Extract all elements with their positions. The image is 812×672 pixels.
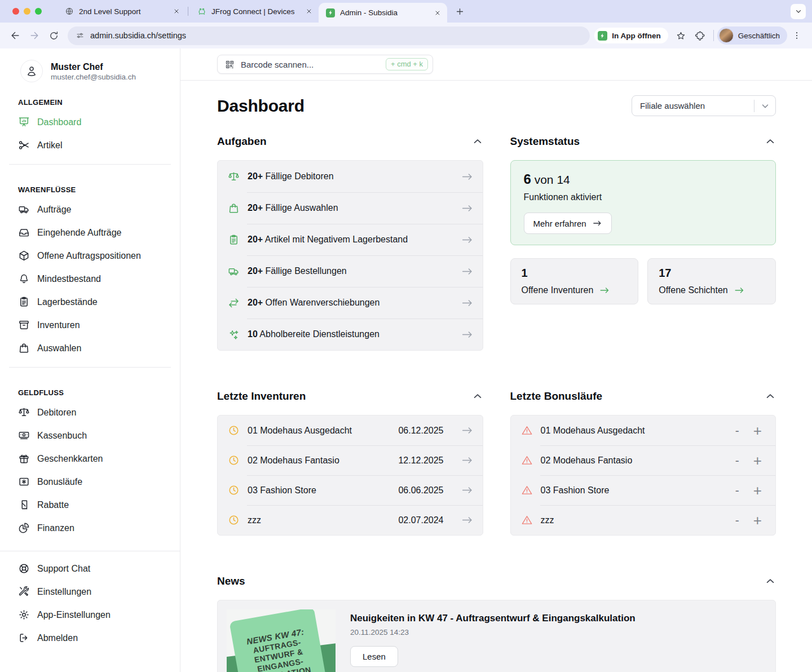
collapse-chevron-up-icon[interactable] [765,576,776,587]
page-title: Dashboard [217,96,304,116]
barcode-scan-button[interactable]: Barcode scannen... + cmd + k [217,55,433,74]
open-inventories-card[interactable]: 1 Offene Inventuren [510,258,639,304]
ticket-star-icon [18,476,30,488]
sidebar-item-label: Kassenbuch [37,431,87,441]
shortcut-badge: + cmd + k [386,58,428,70]
task-row-faellige-debitoren[interactable]: 20+ Fällige Debitoren [218,161,483,192]
sidebar-item-rabatte[interactable]: Rabatte [0,493,180,516]
site-settings-icon[interactable] [76,31,85,40]
inventory-row[interactable]: zzz 02.07.2024 [218,505,483,535]
forward-icon[interactable] [25,26,44,45]
inventory-row[interactable]: 02 Modehaus Fantasio 12.12.2025 [218,445,483,475]
sidebar-item-abmelden[interactable]: Abmelden [0,626,180,649]
sidebar-divider [9,164,171,165]
task-row-negativer-lagerbestand[interactable]: 20+ Artikel mit Negativem Lagerbestand [218,224,483,255]
arrow-right-icon [461,202,474,215]
bonus-runs-title: Letzte Bonusläufe [510,390,603,403]
sidebar-item-kassenbuch[interactable]: Kassenbuch [0,424,180,447]
mehr-erfahren-button[interactable]: Mehr erfahren [524,213,612,234]
plus-button[interactable]: + [753,423,762,438]
sidebar-item-debitoren[interactable]: Debitoren [0,401,180,424]
plus-button[interactable]: + [753,513,762,528]
section-label-warenfluesse: WARENFLÜSSE [0,185,180,194]
browser-profile-button[interactable]: Geschäftlich [717,26,787,45]
branch-select[interactable]: Filiale auswählen [632,95,776,116]
stat-value: 1 [522,267,628,280]
sidebar-item-finanzen[interactable]: Finanzen [0,516,180,540]
sparkles-icon [228,329,240,341]
browser-menu-dots-icon[interactable] [787,26,806,45]
sidebar-item-geschenkkarten[interactable]: Geschenkkarten [0,447,180,470]
collapse-chevron-up-icon[interactable] [765,136,776,147]
sidebar-item-artikel[interactable]: Artikel [0,134,180,157]
tab-jfrog-connect[interactable]: JFrog Connect | Devices [190,0,319,23]
close-tab-icon[interactable] [433,8,443,18]
sidebar-user[interactable]: Muster Chef muster.chef@subsidia.ch [0,56,180,85]
new-tab-icon[interactable] [452,3,467,19]
sidebar-item-auftraege[interactable]: Aufträge [0,198,180,221]
minus-button[interactable]: - [735,454,739,466]
sidebar-item-dashboard[interactable]: Dashboard [0,110,180,134]
bonus-run-row[interactable]: 02 Modehaus Fantasio -+ [511,445,776,475]
task-row-offene-warenverschiebungen[interactable]: 20+ Offen Warenverschiebungen [218,287,483,319]
collapse-chevron-up-icon[interactable] [472,136,483,147]
minus-button[interactable]: - [735,484,739,496]
clipboard-icon [228,234,240,246]
section-label-geldfluss: GELDFLUSS [0,388,180,397]
inventory-date: 12.12.2025 [398,456,443,466]
open-shifts-card[interactable]: 17 Offene Schichten [647,258,776,304]
traffic-light-minimize[interactable] [24,8,30,15]
sidebar-item-lagerbestaende[interactable]: Lagerbestände [0,290,180,313]
sidebar-item-mindestbestand[interactable]: Mindestbestand [0,267,180,290]
sidebar-footer: Support Chat Einstellungen App-Einstellu… [0,551,180,649]
sidebar-item-eingehende-auftraege[interactable]: Eingehende Aufträge [0,221,180,244]
plus-button[interactable]: + [753,453,762,468]
pie-chart-icon [18,522,30,534]
back-icon[interactable] [6,26,25,45]
inventory-date: 06.06.2025 [398,485,443,496]
feature-subtitle: Funktionen aktiviert [524,192,763,202]
user-name: Muster Chef [51,61,136,73]
sidebar-item-offene-auftragspositionen[interactable]: Offene Auftragspositionen [0,244,180,267]
url-bar[interactable]: admin.subsidia.ch/settings [68,26,590,45]
open-in-app-button[interactable]: In App öffnen [594,28,668,43]
user-email: muster.chef@subsidia.ch [51,73,136,81]
arrow-right-icon [592,218,602,228]
reload-icon[interactable] [44,26,63,45]
profile-avatar [719,28,734,43]
sidebar-item-einstellungen[interactable]: Einstellungen [0,580,180,603]
url-text: admin.subsidia.ch/settings [90,31,186,40]
collapse-chevron-up-icon[interactable] [765,391,776,402]
bonus-run-row[interactable]: zzz -+ [511,505,776,535]
system-status-title: Systemstatus [510,135,580,148]
bookmark-star-icon[interactable] [672,26,691,45]
collapse-chevron-up-icon[interactable] [472,391,483,402]
minus-button[interactable]: - [735,425,739,436]
bonus-run-row[interactable]: 03 Fashion Store -+ [511,475,776,505]
task-row-abholbereite-dienstleistungen[interactable]: 10 Abholbereite Dienstleistungen [218,319,483,350]
lesen-button[interactable]: Lesen [350,646,398,667]
bonus-run-row[interactable]: 01 Modehaus Ausgedacht -+ [511,415,776,445]
traffic-light-close[interactable] [12,8,19,15]
inventory-row[interactable]: 03 Fashion Store 06.06.2025 [218,475,483,505]
sidebar-item-label: Eingehende Aufträge [37,228,121,238]
tab-search-chevron-icon[interactable] [791,4,806,19]
jfrog-frog-icon [197,7,206,16]
close-tab-icon[interactable] [304,6,314,16]
tab-admin-subsidia-active[interactable]: Admin - Subsidia [319,3,447,23]
close-tab-icon[interactable] [171,6,182,16]
sidebar-item-support-chat[interactable]: Support Chat [0,557,180,580]
tab-2nd-level-support[interactable]: 2nd Level Support [58,0,186,23]
browser-window: 2nd Level Support JFrog Connect | Device… [0,0,812,672]
sidebar-item-inventuren[interactable]: Inventuren [0,313,180,337]
inventory-row[interactable]: 01 Modehaus Ausgedacht 06.12.2025 [218,415,483,445]
traffic-light-maximize[interactable] [35,8,42,15]
sidebar-item-app-einstellungen[interactable]: App-Einstellungen [0,603,180,626]
task-row-faellige-auswahlen[interactable]: 20+ Fällige Auswahlen [218,192,483,224]
minus-button[interactable]: - [735,514,739,526]
sidebar-item-bonuslaeufe[interactable]: Bonusläufe [0,470,180,493]
sidebar-item-auswahlen[interactable]: Auswahlen [0,337,180,360]
task-row-faellige-bestellungen[interactable]: 20+ Fällige Bestellungen [218,255,483,287]
extensions-puzzle-icon[interactable] [691,26,710,45]
plus-button[interactable]: + [753,483,762,498]
